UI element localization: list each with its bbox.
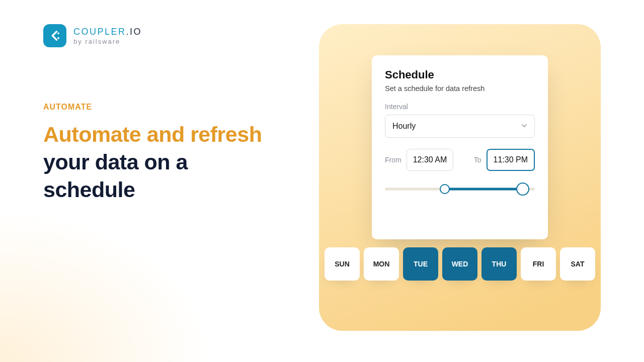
schedule-subtitle: Set a schedule for data refresh <box>385 84 535 93</box>
schedule-title: Schedule <box>385 68 535 81</box>
day-toggle-sat[interactable]: SAT <box>560 247 595 281</box>
brand-mark-icon <box>43 24 66 47</box>
svg-point-0 <box>57 32 59 34</box>
feature-panel: Schedule Set a schedule for data refresh… <box>319 24 601 331</box>
interval-label: Interval <box>385 103 535 111</box>
day-toggle-fri[interactable]: FRI <box>521 247 556 281</box>
to-time-value: 11:30 PM <box>494 155 528 164</box>
chevron-down-icon <box>521 122 527 131</box>
from-time-input[interactable]: 12:30 AM <box>407 149 454 171</box>
brand-byline: by railsware <box>73 38 142 45</box>
brand-name-suffix: .IO <box>126 27 142 37</box>
to-label: To <box>474 156 481 164</box>
brand-logo: COUPLER.IO by railsware <box>43 24 265 47</box>
to-time-input[interactable]: 11:30 PM <box>487 149 535 171</box>
hero-headline: Automate and refresh your data on a sche… <box>43 121 265 204</box>
day-toggle-wed[interactable]: WED <box>442 247 477 281</box>
interval-select[interactable]: Hourly <box>385 115 535 138</box>
interval-value: Hourly <box>392 122 416 131</box>
days-row: SUNMONTUEWEDTHUFRISAT <box>325 247 595 281</box>
schedule-card: Schedule Set a schedule for data refresh… <box>372 55 548 239</box>
day-toggle-tue[interactable]: TUE <box>403 247 438 281</box>
day-toggle-sun[interactable]: SUN <box>325 247 360 281</box>
svg-point-1 <box>57 37 59 39</box>
day-toggle-thu[interactable]: THU <box>481 247 517 281</box>
slider-handle-start[interactable] <box>440 184 450 194</box>
hero-headline-accent: Automate and refresh <box>43 122 262 146</box>
from-label: From <box>385 156 401 164</box>
hero-headline-rest: your data on a schedule <box>43 150 188 202</box>
time-range-slider[interactable] <box>385 184 535 194</box>
day-toggle-mon[interactable]: MON <box>364 247 399 281</box>
brand-name: COUPLER <box>73 27 126 37</box>
slider-handle-end[interactable] <box>516 183 529 196</box>
slider-track-fill <box>445 188 523 191</box>
hero-eyebrow: AUTOMATE <box>43 103 265 112</box>
from-time-value: 12:30 AM <box>413 155 447 164</box>
brand-wordmark: COUPLER.IO by railsware <box>73 27 142 45</box>
